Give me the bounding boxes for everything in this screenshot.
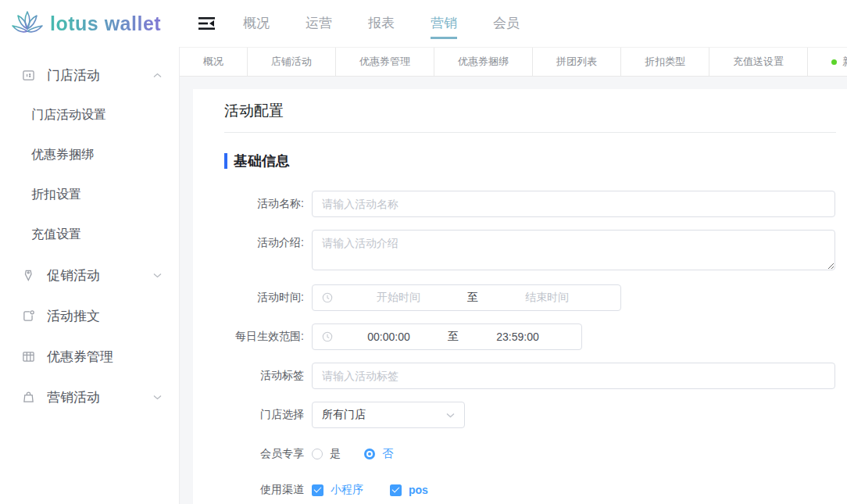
sidebar-item-label: 促销活动: [47, 266, 153, 284]
tag-icon: [22, 269, 36, 282]
activity-name-label: 活动名称:: [224, 197, 312, 211]
caret-up-icon: [153, 73, 162, 78]
form-row-activity-time: 活动时间: 开始时间 至 结束时间: [224, 284, 836, 311]
sub-tab-coupon-bundle[interactable]: 优惠券捆绑: [434, 48, 533, 76]
top-nav-reports[interactable]: 报表: [368, 8, 395, 39]
sidebar-item-discount-settings[interactable]: 折扣设置: [0, 175, 179, 215]
main-column: 概况 店铺活动 优惠券管理 优惠券捆绑 拼团列表 折扣类型 充值送设置 新建 活…: [180, 47, 847, 504]
store-select-value: 所有门店: [322, 408, 446, 422]
menu-fold-icon[interactable]: [198, 16, 215, 30]
chevron-down-icon: [153, 273, 162, 278]
sub-tab-group-buy-list[interactable]: 拼团列表: [533, 48, 621, 76]
top-nav-overview[interactable]: 概况: [243, 8, 270, 39]
activity-form: 活动名称: 活动介绍: 活动时间:: [224, 191, 836, 497]
activity-tag-input[interactable]: [312, 363, 835, 389]
form-row-activity-name: 活动名称:: [224, 191, 836, 217]
sub-tab-discount-types[interactable]: 折扣类型: [621, 48, 709, 76]
activity-time-label: 活动时间:: [224, 291, 312, 305]
green-dot-icon: [831, 59, 837, 65]
daily-start-value: 00:00:00: [334, 331, 443, 343]
form-row-daily-range: 每日生效范围: 00:00:00 至 23:59:00: [224, 323, 836, 350]
sidebar-item-marketing-activities[interactable]: 营销活动: [0, 377, 179, 417]
sidebar-item-label: 门店活动: [47, 66, 153, 84]
checkbox-label: pos: [409, 484, 428, 496]
sidebar-item-label: 活动推文: [47, 307, 162, 325]
sub-tab-recharge-gift-settings[interactable]: 充值送设置: [709, 48, 808, 76]
activity-config-card: 活动配置 基础信息 活动名称: 活动介绍:: [193, 89, 847, 504]
page-title: 活动配置: [224, 100, 836, 122]
bag-icon: [22, 391, 36, 404]
article-icon: [22, 309, 36, 323]
sidebar-item-store-activities[interactable]: 门店活动: [0, 55, 179, 95]
form-row-channels: 使用渠道 小程序 pos: [224, 483, 836, 497]
brand-logo: lotus wallet: [0, 8, 180, 39]
member-exclusive-radio-yes[interactable]: 是: [312, 447, 341, 461]
activity-time-range-picker[interactable]: 开始时间 至 结束时间: [312, 284, 621, 311]
sub-tab-bar: 概况 店铺活动 优惠券管理 优惠券捆绑 拼团列表 折扣类型 充值送设置 新建: [180, 47, 847, 77]
coupon-grid-icon: [22, 350, 36, 363]
store-select-label: 门店选择: [224, 408, 312, 422]
sidebar: 门店活动 门店活动设置 优惠券捆绑 折扣设置 充值设置 促销活动: [0, 47, 180, 504]
radio-label: 是: [330, 447, 341, 461]
content-area: 活动配置 基础信息 活动名称: 活动介绍:: [180, 77, 847, 504]
checkbox-label: 小程序: [331, 483, 363, 497]
storefront-icon: [22, 69, 36, 82]
sub-tab-shop-activities[interactable]: 店铺活动: [248, 48, 336, 76]
daily-time-range-picker[interactable]: 00:00:00 至 23:59:00: [312, 323, 582, 350]
sub-tab-coupon-management[interactable]: 优惠券管理: [336, 48, 434, 76]
section-header: 基础信息: [224, 152, 836, 170]
section-accent-bar: [224, 153, 227, 169]
range-separator: 至: [443, 330, 463, 344]
radio-checked-icon: [364, 449, 375, 459]
chevron-down-icon: [446, 413, 455, 418]
sidebar-item-promotions[interactable]: 促销活动: [0, 255, 179, 295]
main-layout: 门店活动 门店活动设置 优惠券捆绑 折扣设置 充值设置 促销活动: [0, 47, 847, 504]
divider: [224, 132, 836, 133]
daily-end-value: 23:59:00: [463, 331, 572, 343]
sub-tab-new[interactable]: 新建: [808, 48, 847, 76]
section-title: 基础信息: [234, 152, 290, 170]
channel-checkbox-miniprogram[interactable]: 小程序: [312, 483, 363, 497]
activity-tag-label: 活动标签: [224, 369, 312, 383]
chevron-down-icon: [153, 395, 162, 400]
sub-tab-overview[interactable]: 概况: [180, 48, 248, 76]
start-time-placeholder: 开始时间: [334, 291, 463, 305]
sidebar-item-store-activity-settings[interactable]: 门店活动设置: [0, 95, 179, 135]
lotus-icon: [11, 8, 44, 39]
clock-icon: [322, 292, 333, 303]
form-row-activity-tag: 活动标签: [224, 363, 836, 389]
app-header: lotus wallet 概况 运营 报表 营销 会员: [0, 0, 847, 47]
top-nav-marketing[interactable]: 营销: [431, 8, 457, 39]
sidebar-item-coupon-management[interactable]: 优惠券管理: [0, 336, 179, 377]
activity-intro-textarea[interactable]: [312, 230, 835, 270]
top-nav: 概况 运营 报表 营销 会员: [243, 0, 520, 47]
top-nav-members[interactable]: 会员: [493, 8, 520, 39]
form-row-activity-intro: 活动介绍:: [224, 230, 836, 270]
sub-tab-label: 新建: [842, 55, 847, 69]
radio-unchecked-icon: [312, 449, 323, 459]
end-time-placeholder: 结束时间: [483, 291, 611, 305]
form-row-member-exclusive: 会员专享 是 否: [224, 447, 836, 461]
checkbox-checked-icon: [312, 484, 323, 496]
brand-name: lotus wallet: [50, 13, 161, 35]
sidebar-item-label: 优惠券管理: [47, 348, 162, 366]
channel-checkbox-pos[interactable]: pos: [390, 484, 428, 496]
channels-label: 使用渠道: [224, 483, 312, 497]
sidebar-item-coupon-bundle[interactable]: 优惠券捆绑: [0, 135, 179, 175]
top-nav-operations[interactable]: 运营: [306, 8, 332, 39]
daily-range-label: 每日生效范围:: [224, 330, 312, 344]
store-select[interactable]: 所有门店: [312, 402, 465, 428]
form-row-store-select: 门店选择 所有门店: [224, 402, 836, 428]
range-separator: 至: [463, 291, 483, 305]
activity-name-input[interactable]: [312, 191, 835, 217]
clock-icon: [322, 331, 333, 342]
checkbox-checked-icon: [390, 484, 402, 496]
activity-intro-label: 活动介绍:: [224, 230, 312, 250]
sidebar-item-activity-posts[interactable]: 活动推文: [0, 295, 179, 336]
radio-label: 否: [382, 447, 393, 461]
sidebar-item-label: 营销活动: [47, 388, 153, 406]
member-exclusive-radio-no[interactable]: 否: [364, 447, 393, 461]
sidebar-item-recharge-settings[interactable]: 充值设置: [0, 215, 179, 255]
member-exclusive-label: 会员专享: [224, 447, 312, 461]
